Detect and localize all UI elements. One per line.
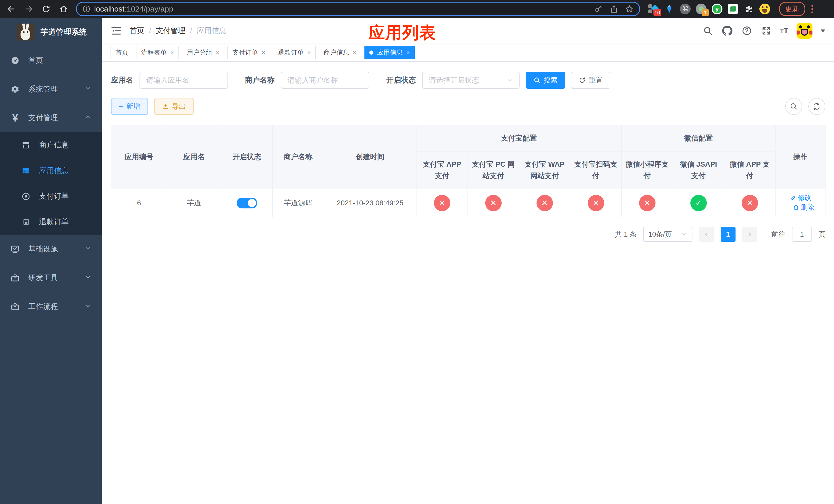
export-button[interactable]: 导出 bbox=[154, 98, 194, 115]
ext-command-icon[interactable]: ⌘ bbox=[680, 3, 691, 15]
close-icon[interactable]: × bbox=[262, 49, 265, 56]
merchant-name-input[interactable] bbox=[281, 72, 369, 89]
sidebar-item-app-info[interactable]: 应用信息 bbox=[0, 158, 102, 184]
sidebar-item-label: 基础设施 bbox=[28, 244, 58, 254]
col-group-wechat: 微信配置 bbox=[622, 125, 775, 152]
chevron-right-icon bbox=[746, 231, 753, 238]
sidebar-item-home[interactable]: 首页 bbox=[0, 46, 102, 75]
next-page-button[interactable] bbox=[742, 227, 757, 242]
ext-gem-icon[interactable] bbox=[664, 3, 675, 15]
tab-user-group[interactable]: 用户分组× bbox=[182, 46, 224, 59]
refresh-table-button[interactable] bbox=[808, 98, 825, 115]
col-header-alipay-qr: 支付宝扫码支付 bbox=[570, 151, 622, 189]
ext-y-icon[interactable]: y bbox=[711, 3, 723, 15]
add-button[interactable]: + 新增 bbox=[111, 98, 148, 115]
sidebar-group-devtools[interactable]: 研发工具 bbox=[0, 264, 102, 292]
close-icon[interactable]: × bbox=[170, 49, 174, 56]
sidebar-item-payment-order[interactable]: ¥ 支付订单 bbox=[0, 184, 102, 209]
active-dot bbox=[369, 50, 373, 54]
ext-puzzle-icon[interactable] bbox=[743, 3, 754, 15]
sidebar-item-refund-order[interactable]: 退款订单 bbox=[0, 209, 102, 235]
sidebar-item-merchant-info[interactable]: 商户信息 bbox=[0, 132, 102, 158]
help-icon[interactable] bbox=[741, 25, 752, 37]
sidebar-menu: 首页 系统管理 ¥ 支付管理 bbox=[0, 46, 102, 504]
tab-refund-order[interactable]: 退款订单× bbox=[273, 46, 316, 59]
col-header-merchant: 商户名称 bbox=[272, 125, 324, 189]
edit-link[interactable]: 修改 bbox=[790, 193, 811, 202]
font-size-icon[interactable]: TT bbox=[780, 26, 788, 35]
page-1-button[interactable]: 1 bbox=[721, 227, 736, 242]
sidebar-group-workflow[interactable]: 工作流程 bbox=[0, 292, 102, 321]
breadcrumb-home[interactable]: 首页 bbox=[130, 26, 145, 36]
breadcrumb-separator: / bbox=[149, 27, 151, 35]
password-key-icon[interactable] bbox=[594, 5, 603, 13]
hide-search-button[interactable] bbox=[785, 98, 802, 115]
yen-circle-icon: ¥ bbox=[21, 191, 31, 201]
github-icon[interactable] bbox=[722, 25, 733, 37]
sidebar-group-infrastructure[interactable]: 基础设施 bbox=[0, 235, 102, 264]
document-icon bbox=[21, 217, 31, 227]
app-name-input[interactable] bbox=[139, 72, 228, 89]
sidebar-collapse-icon[interactable] bbox=[111, 25, 122, 37]
col-header-id: 应用编号 bbox=[111, 125, 167, 189]
browser-menu-icon[interactable] bbox=[811, 5, 813, 13]
close-icon[interactable]: × bbox=[353, 49, 356, 56]
filter-form: 应用名 商户名称 开启状态 请选择开启状态 搜索 重置 bbox=[111, 72, 825, 89]
close-icon[interactable]: × bbox=[406, 49, 410, 56]
plus-icon: + bbox=[119, 102, 123, 110]
col-header-wx-jsapi: 微信 JSAPI 支付 bbox=[673, 151, 724, 189]
browser-reload-icon[interactable] bbox=[39, 1, 54, 17]
address-bar[interactable]: localhost:1024/pay/app bbox=[76, 2, 640, 16]
app-logo-row[interactable]: 芋道管理系统 bbox=[0, 18, 102, 46]
col-header-wx-mini: 微信小程序支付 bbox=[622, 151, 673, 189]
chrome-update-button[interactable]: 更新 bbox=[779, 2, 805, 16]
close-icon[interactable]: × bbox=[216, 49, 220, 56]
sidebar-item-label: 研发工具 bbox=[28, 273, 58, 283]
ext-emoji-avatar[interactable] bbox=[759, 3, 770, 15]
ext-record-icon[interactable]: 1 bbox=[696, 3, 707, 15]
cell-id: 6 bbox=[111, 189, 167, 217]
refresh-icon bbox=[578, 77, 586, 84]
chevron-left-icon bbox=[703, 231, 710, 238]
close-icon[interactable]: × bbox=[307, 49, 311, 56]
prev-page-button[interactable] bbox=[699, 227, 714, 242]
page-size-select[interactable]: 10条/页 bbox=[643, 227, 693, 242]
browser-forward-icon[interactable] bbox=[21, 1, 37, 17]
col-header-wx-app: 微信 APP 支付 bbox=[724, 151, 775, 189]
sidebar-item-label: 应用信息 bbox=[39, 166, 69, 176]
sidebar-item-label: 商户信息 bbox=[39, 140, 69, 150]
extensions-row: 10 ⌘ 1 y bbox=[648, 3, 770, 15]
tab-home[interactable]: 首页 bbox=[111, 46, 133, 59]
shop-icon bbox=[21, 140, 31, 150]
delete-link[interactable]: 删除 bbox=[793, 203, 814, 212]
tab-payment-order[interactable]: 支付订单× bbox=[227, 46, 270, 59]
briefcase-icon bbox=[10, 302, 20, 312]
status-select[interactable]: 请选择开启状态 bbox=[422, 72, 520, 89]
user-avatar[interactable] bbox=[796, 23, 812, 39]
sidebar-item-label: 系统管理 bbox=[28, 84, 58, 94]
sidebar-group-payment[interactable]: ¥ 支付管理 bbox=[0, 104, 102, 132]
col-header-alipay-pc: 支付宝 PC 网站支付 bbox=[468, 151, 519, 189]
tab-process-form[interactable]: 流程表单× bbox=[136, 46, 179, 59]
tab-merchant-info[interactable]: 商户信息× bbox=[319, 46, 361, 59]
search-icon[interactable] bbox=[702, 25, 714, 37]
tab-app-info[interactable]: 应用信息× bbox=[365, 46, 415, 59]
alipay-app-disabled-icon bbox=[434, 195, 450, 211]
fullscreen-icon[interactable] bbox=[761, 25, 772, 37]
reset-button[interactable]: 重置 bbox=[571, 72, 610, 89]
navbar-actions: TT bbox=[702, 23, 825, 39]
top-navbar: 首页 / 支付管理 / 应用信息 应用列表 TT bbox=[102, 18, 834, 44]
goto-page-input[interactable] bbox=[792, 227, 812, 242]
share-icon[interactable] bbox=[610, 5, 618, 13]
breadcrumb-current: 应用信息 bbox=[197, 26, 226, 36]
sidebar-group-system[interactable]: 系统管理 bbox=[0, 75, 102, 104]
user-menu-caret-icon[interactable] bbox=[821, 29, 825, 32]
search-button[interactable]: 搜索 bbox=[526, 72, 565, 89]
ext-chat-icon[interactable] bbox=[727, 3, 739, 15]
status-toggle[interactable] bbox=[237, 198, 257, 208]
browser-home-icon[interactable] bbox=[56, 1, 71, 17]
browser-back-icon[interactable] bbox=[4, 1, 19, 17]
bookmark-star-icon[interactable] bbox=[625, 5, 634, 13]
ext-pinned-icon[interactable]: 10 bbox=[648, 3, 659, 15]
site-info-icon[interactable] bbox=[82, 5, 90, 13]
